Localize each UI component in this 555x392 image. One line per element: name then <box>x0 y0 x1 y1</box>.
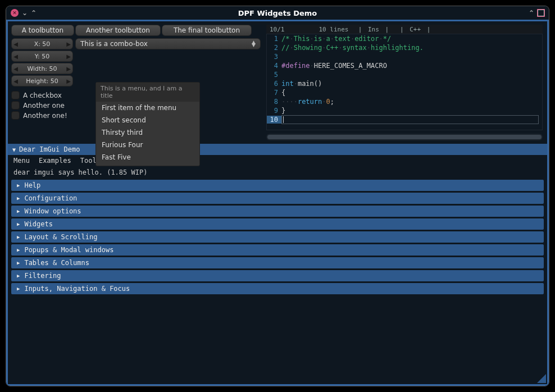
gutter-line-number: 5 <box>267 71 281 79</box>
section-label: Inputs, Navigation & Focus <box>24 285 130 293</box>
section-label: Tables & Columns <box>24 259 89 267</box>
checkbox-3[interactable] <box>11 111 20 120</box>
section-collapse-icon: ▶ <box>17 221 20 227</box>
checkbox-2-label: Another one <box>23 102 65 110</box>
menu-item-1[interactable]: First item of the menu <box>96 102 199 114</box>
spinner-y-left-icon[interactable]: ◀ <box>12 53 20 60</box>
editor-pane: 10/1 10 lines | Ins | | C++ | 1/*·This·i… <box>264 21 547 144</box>
toolbutton-2[interactable]: Another toolbutton <box>75 25 161 36</box>
section-header[interactable]: ▶Inputs, Navigation & Focus <box>11 283 544 294</box>
menu-title: This is a menu, and I am a title <box>96 83 199 102</box>
context-menu: This is a menu, and I am a title First i… <box>95 82 200 166</box>
gutter-line-number: 7 <box>267 89 281 97</box>
spinner-y-right-icon[interactable]: ▶ <box>65 53 72 60</box>
editor-code: int·main() <box>281 80 322 88</box>
editor-code: //·Showing·C++·syntax·highlighting. <box>281 44 424 52</box>
spinner-y-value: Y: 50 <box>20 53 65 60</box>
section-collapse-icon: ▶ <box>17 208 20 214</box>
section-header[interactable]: ▶Help <box>11 180 544 191</box>
menu-item-3[interactable]: Thirsty third <box>96 126 199 139</box>
editor-line[interactable]: 3 <box>267 52 542 61</box>
spinner-w-right-icon[interactable]: ▶ <box>65 66 72 72</box>
editor-hscrollbar-thumb[interactable] <box>267 135 542 139</box>
section-label: Filtering <box>24 272 61 280</box>
checkbox-2[interactable] <box>11 101 20 110</box>
imgui-hello-text: dear imgui says hello. (1.85 WIP) <box>8 166 547 180</box>
checkbox-1[interactable] <box>11 91 20 99</box>
window-menu-chevron-icon[interactable]: ⌄ <box>22 9 28 17</box>
window-close-button[interactable]: ✕ <box>11 9 19 17</box>
editor-line[interactable]: 10 <box>267 115 542 124</box>
gutter-line-number: 3 <box>267 53 281 61</box>
editor-line[interactable]: 5 <box>267 70 542 79</box>
imgui-menubar: Menu Examples Tools <box>8 155 547 166</box>
spinner-x-left-icon[interactable]: ◀ <box>12 41 20 47</box>
widgets-pane: A toolbutton Another toolbutton The fina… <box>8 21 264 144</box>
spinner-h-value: Height: 50 <box>20 78 65 85</box>
editor-cursor-line[interactable] <box>281 115 539 124</box>
section-collapse-icon: ▶ <box>17 273 20 279</box>
editor-line[interactable]: 2//·Showing·C++·syntax·highlighting. <box>267 43 542 52</box>
editor-line[interactable]: 1/*·This·is·a·text·editor·*/ <box>267 34 542 43</box>
section-header[interactable]: ▶Widgets <box>11 218 544 230</box>
editor-line[interactable]: 7{ <box>267 88 542 97</box>
section-collapse-icon: ▶ <box>17 286 20 291</box>
section-label: Window options <box>24 207 81 215</box>
section-header[interactable]: ▶Filtering <box>11 270 544 281</box>
spinner-x-value: X: 50 <box>20 40 65 48</box>
spinner-y[interactable]: ◀ Y: 50 ▶ <box>11 51 73 62</box>
status-ins: Ins <box>368 26 379 33</box>
editor-hscrollbar[interactable] <box>266 134 543 140</box>
resize-grip-icon[interactable] <box>537 374 546 383</box>
section-label: Widgets <box>24 220 53 228</box>
section-header[interactable]: ▶Configuration <box>11 193 544 204</box>
editor-status-bar: 10/1 10 lines | Ins | | C++ | <box>266 25 543 34</box>
editor-body[interactable]: 1/*·This·is·a·text·editor·*/2//·Showing·… <box>266 34 543 130</box>
spinner-width[interactable]: ◀ Width: 50 ▶ <box>11 63 73 74</box>
section-label: Help <box>24 181 40 189</box>
window-scale-icon[interactable] <box>538 10 544 16</box>
spinner-w-left-icon[interactable]: ◀ <box>12 66 20 72</box>
checkbox-3-label: Another one! <box>23 112 67 120</box>
editor-caret-icon <box>283 116 284 123</box>
window-maximize-chevron-icon[interactable]: ⌃ <box>529 9 534 17</box>
status-lines: 10 lines <box>319 26 348 33</box>
imgui-menu-menu[interactable]: Menu <box>13 157 30 165</box>
combo-updown-icon: ▲▼ <box>252 41 256 47</box>
section-collapse-icon: ▶ <box>17 195 20 201</box>
menu-item-2[interactable]: Short second <box>96 114 199 126</box>
window-titlebar[interactable]: ✕ ⌄ ⌃ DPF Widgets Demo ⌃ <box>6 6 549 20</box>
spinner-height[interactable]: ◀ Height: 50 ▶ <box>11 75 73 86</box>
section-label: Popups & Modal windows <box>24 246 113 254</box>
editor-line[interactable]: 6int·main() <box>267 79 542 88</box>
imgui-titlebar[interactable]: ▼ Dear ImGui Demo <box>8 144 547 155</box>
editor-code: /*·This·is·a·text·editor·*/ <box>281 35 391 43</box>
section-header[interactable]: ▶Tables & Columns <box>11 257 544 268</box>
section-header[interactable]: ▶Layout & Scrolling <box>11 231 544 243</box>
section-collapse-icon: ▶ <box>17 234 20 240</box>
editor-line[interactable]: 8····return·0; <box>267 97 542 106</box>
window-title: DPF Widgets Demo <box>6 9 549 17</box>
gutter-line-number: 6 <box>267 80 281 88</box>
menu-item-5[interactable]: Fast Five <box>96 151 199 163</box>
toolbutton-3[interactable]: The final toolbutton <box>162 25 252 36</box>
window-min-chevron-icon[interactable]: ⌃ <box>31 9 37 17</box>
menu-item-4[interactable]: Furious Four <box>96 139 199 151</box>
toolbutton-1[interactable]: A toolbutton <box>11 25 74 36</box>
section-header[interactable]: ▶Window options <box>11 206 544 217</box>
imgui-menu-examples[interactable]: Examples <box>39 157 71 165</box>
editor-line[interactable]: 4#define·HERE_COMES_A_MACRO <box>267 61 542 70</box>
editor-line[interactable]: 9} <box>267 106 542 115</box>
spinner-x-right-icon[interactable]: ▶ <box>65 41 72 47</box>
imgui-title-collapse-icon[interactable]: ▼ <box>12 147 16 153</box>
status-pos: 10/1 <box>270 26 285 33</box>
gutter-line-number: 8 <box>267 98 281 106</box>
spinner-x[interactable]: ◀ X: 50 ▶ <box>11 38 73 49</box>
section-header[interactable]: ▶Popups & Modal windows <box>11 244 544 256</box>
spinner-h-right-icon[interactable]: ▶ <box>65 78 72 84</box>
combo-label: This is a combo-box <box>80 40 148 48</box>
upper-region: A toolbutton Another toolbutton The fina… <box>8 21 547 144</box>
imgui-title-text: Dear ImGui Demo <box>19 145 80 153</box>
combo-box[interactable]: This is a combo-box ▲▼ <box>75 38 261 49</box>
spinner-h-left-icon[interactable]: ◀ <box>12 78 20 84</box>
